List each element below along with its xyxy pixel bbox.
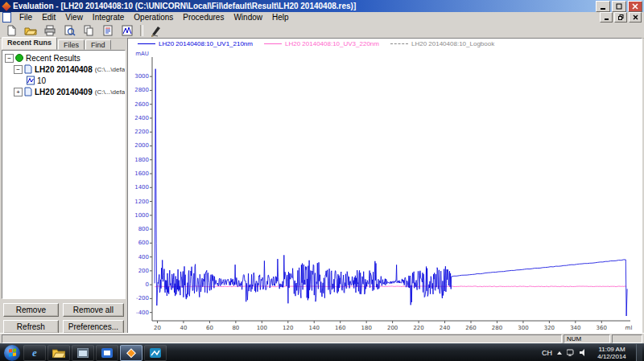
taskbar-unicorn-icon[interactable] [120, 345, 142, 361]
tree-chromatogram-10[interactable]: 10 [2, 75, 125, 86]
start-button[interactable] [4, 345, 20, 361]
windows-flag-icon [9, 349, 16, 357]
num-lock-indicator: NUM [564, 334, 610, 343]
svg-text:-200: -200 [136, 295, 149, 302]
taskbar-explorer-icon[interactable] [47, 345, 70, 361]
collapse-toggle-icon[interactable]: − [14, 65, 23, 74]
child-minimize-button[interactable] [600, 12, 613, 23]
run-path: (C:\...\default\) [95, 88, 126, 96]
taskbar-app1-icon[interactable] [72, 345, 94, 361]
tree-root[interactable]: − Recent Results [2, 52, 125, 64]
expand-toggle-icon[interactable]: + [14, 88, 23, 96]
svg-text:200: 200 [138, 268, 149, 274]
copy-button[interactable] [80, 23, 97, 38]
svg-text:600: 600 [138, 240, 149, 246]
chart-legend: LH20 20140408:10_UV1_210nm LH20 20140408… [128, 39, 642, 49]
show-desktop-button[interactable] [636, 344, 642, 361]
svg-text:800: 800 [138, 226, 149, 232]
open-result-button[interactable] [22, 23, 39, 38]
child-close-button[interactable] [629, 12, 642, 23]
tree-run-20140409[interactable]: + LH20 20140409 (C:\...\default\) [2, 86, 125, 97]
clock[interactable]: 11:09 AM 4/12/2014 [592, 346, 632, 360]
svg-text:1000: 1000 [134, 212, 149, 219]
legend-label: LH20 20140408:10_Logbook [411, 40, 494, 47]
svg-text:260: 260 [465, 325, 476, 331]
menu-procedures[interactable]: Procedures [178, 12, 229, 23]
svg-text:2200: 2200 [134, 129, 149, 135]
remove-button[interactable]: Remove [3, 303, 59, 317]
tab-files[interactable]: Files [58, 39, 85, 50]
volume-icon[interactable] [580, 349, 588, 356]
taskbar-app3-icon[interactable] [144, 345, 167, 361]
collapse-toggle-icon[interactable]: − [5, 54, 14, 63]
svg-text:1800: 1800 [134, 157, 149, 163]
app-icon [2, 2, 10, 10]
svg-text:-400: -400 [136, 310, 149, 316]
svg-text:0: 0 [146, 281, 149, 288]
preview-button[interactable] [60, 23, 78, 38]
chart-panel: LH20 20140408:10_UV1_210nm LH20 20140408… [127, 38, 642, 335]
close-button[interactable] [628, 1, 642, 12]
svg-text:80: 80 [232, 325, 239, 331]
clock-date: 4/12/2014 [597, 353, 626, 360]
run-label: LH20 20140408 [35, 65, 93, 74]
chromatogram-button[interactable] [118, 23, 136, 38]
maximize-button[interactable] [612, 1, 626, 12]
svg-text:mAU: mAU [135, 51, 149, 57]
menu-help[interactable]: Help [267, 12, 294, 23]
tree-run-20140408[interactable]: − LH20 20140408 (C:\...\default\) [2, 64, 125, 75]
svg-text:2400: 2400 [134, 115, 149, 121]
svg-text:1200: 1200 [134, 199, 149, 205]
report-button[interactable] [99, 23, 117, 38]
status-bar: NUM [0, 333, 644, 344]
child-restore-button[interactable] [614, 12, 627, 23]
tab-recent-runs[interactable]: Recent Runs [2, 37, 57, 50]
svg-text:360: 360 [597, 325, 607, 331]
sidebar: Recent Runs Files Find − Recent Results … [2, 38, 126, 335]
taskbar-internet-explorer-icon[interactable]: e [23, 345, 46, 361]
network-icon[interactable] [567, 349, 576, 356]
tray-expand-icon[interactable] [556, 351, 563, 355]
svg-text:2600: 2600 [134, 101, 149, 108]
svg-text:2000: 2000 [134, 142, 149, 149]
result-file-icon [24, 64, 32, 74]
menu-file[interactable]: File [14, 12, 37, 23]
chromatogram-icon [27, 76, 35, 85]
svg-text:400: 400 [138, 254, 149, 260]
legend-item-uv1: LH20 20140408:10_UV1_210nm [138, 40, 253, 47]
legend-item-uv3: LH20 20140408:10_UV3_220nm [264, 40, 379, 47]
menu-view[interactable]: View [60, 12, 88, 23]
results-tree: − Recent Results − LH20 20140408 (C:\...… [2, 50, 126, 299]
svg-text:220: 220 [413, 325, 423, 331]
minimize-button[interactable] [596, 1, 610, 12]
svg-text:300: 300 [518, 325, 528, 331]
svg-text:20: 20 [154, 325, 161, 331]
clock-time: 11:09 AM [598, 346, 625, 353]
svg-text:1600: 1600 [134, 170, 149, 177]
toolbar [0, 23, 644, 39]
refresh-button[interactable]: Refresh [3, 320, 59, 334]
remove-all-button[interactable]: Remove all [63, 303, 124, 317]
svg-text:200: 200 [387, 325, 398, 331]
sidebar-buttons: Remove Remove all Refresh Preferences... [2, 299, 126, 335]
sign-button[interactable] [147, 23, 165, 38]
preferences-button[interactable]: Preferences... [63, 320, 124, 334]
new-document-button[interactable] [2, 23, 20, 38]
taskbar: e CH 11:09 AM 4/12/2014 [0, 343, 644, 361]
svg-text:60: 60 [206, 325, 213, 331]
svg-text:240: 240 [440, 325, 450, 331]
document-icon [2, 12, 11, 23]
application-window: Evaluation - [LH20 20140408:10 (C:\UNICO… [0, 0, 644, 361]
tab-find[interactable]: Find [85, 39, 111, 50]
menu-operations[interactable]: Operations [129, 12, 178, 23]
language-indicator[interactable]: CH [542, 349, 552, 357]
menu-edit[interactable]: Edit [37, 12, 60, 23]
result-file-icon [24, 87, 32, 96]
menu-integrate[interactable]: Integrate [88, 12, 129, 23]
status-dot-icon [15, 54, 23, 62]
menu-window[interactable]: Window [229, 12, 267, 23]
status-message-area [2, 334, 562, 343]
taskbar-app2-icon[interactable] [96, 345, 118, 361]
print-button[interactable] [41, 23, 59, 38]
tree-root-label: Recent Results [26, 54, 80, 63]
